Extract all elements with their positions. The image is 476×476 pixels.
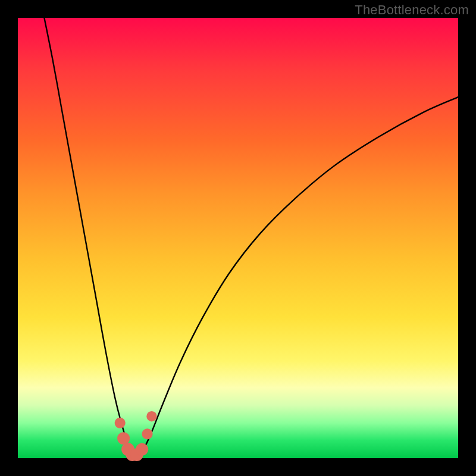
valley-marker bbox=[146, 411, 156, 421]
curve-left-branch bbox=[44, 18, 132, 456]
valley-marker bbox=[142, 428, 152, 439]
valley-marker bbox=[117, 432, 130, 444]
valley-marker bbox=[136, 443, 148, 456]
curve-right-branch bbox=[141, 97, 458, 453]
outer-frame: TheBottleneck.com bbox=[0, 0, 476, 476]
plot-area bbox=[18, 18, 458, 458]
watermark-text: TheBottleneck.com bbox=[355, 2, 469, 18]
valley-marker bbox=[115, 418, 126, 428]
curve-layer bbox=[44, 18, 458, 456]
chart-svg bbox=[18, 18, 458, 458]
marker-layer bbox=[115, 411, 157, 461]
